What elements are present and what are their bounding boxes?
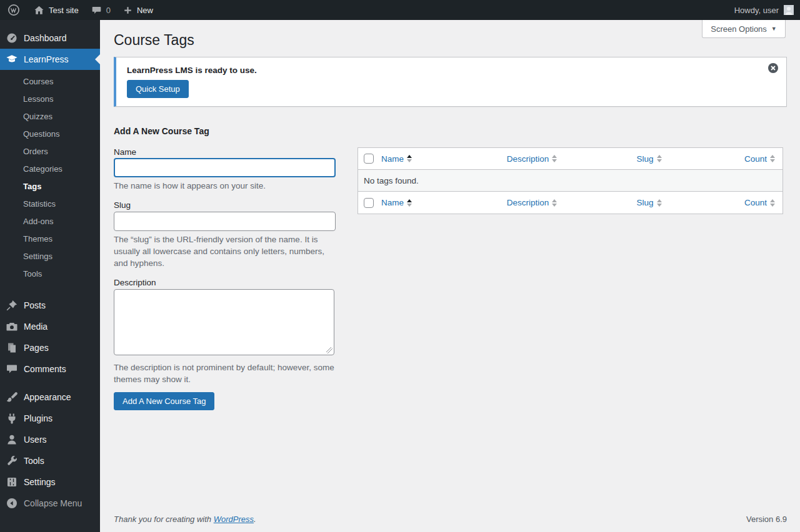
chevron-down-icon: ▼ bbox=[771, 26, 777, 32]
pages-icon bbox=[6, 342, 18, 354]
sidebar-item-tools[interactable]: Tools bbox=[0, 450, 100, 471]
sidebar-item-pages[interactable]: Pages bbox=[0, 337, 100, 358]
name-help-text: The name is how it appears on your site. bbox=[114, 180, 336, 192]
no-tags-message: No tags found. bbox=[364, 176, 419, 185]
sidebar-item-users[interactable]: Users bbox=[0, 429, 100, 450]
sidebar-item-tags[interactable]: Tags bbox=[0, 178, 100, 195]
description-help-text: The description is not prominent by defa… bbox=[114, 362, 336, 385]
collapse-arrow-icon bbox=[6, 497, 18, 510]
learnpress-notice: LearnPress LMS is ready to use. Quick Se… bbox=[114, 57, 787, 107]
collapse-menu-button[interactable]: Collapse Menu bbox=[0, 493, 100, 514]
graduation-cap-icon bbox=[6, 53, 18, 66]
sort-icon-description bbox=[552, 155, 557, 162]
tag-description-textarea[interactable] bbox=[114, 289, 334, 355]
sidebar-item-addons[interactable]: Add-ons bbox=[0, 213, 100, 230]
empty-table-row: No tags found. bbox=[358, 170, 782, 192]
tag-slug-input[interactable] bbox=[114, 212, 336, 231]
sort-icon-name-bottom bbox=[407, 199, 412, 207]
comments-bubble-icon bbox=[91, 5, 102, 16]
screen-options-button[interactable]: Screen Options ▼ bbox=[702, 20, 786, 38]
screen-options-label: Screen Options bbox=[711, 24, 767, 34]
comments-icon bbox=[6, 363, 18, 375]
sort-icon-name bbox=[407, 155, 412, 162]
footer-thanks: Thank you for creating with WordPress. bbox=[114, 515, 256, 524]
table-header-row: Name Description Slug Count bbox=[358, 148, 782, 170]
sort-icon-count-bottom bbox=[770, 199, 775, 207]
comment-count: 0 bbox=[106, 6, 111, 15]
admin-bar-new[interactable]: New bbox=[117, 0, 159, 20]
pushpin-icon bbox=[6, 299, 18, 312]
sidebar-item-learnpress[interactable]: LearnPress bbox=[0, 49, 100, 70]
dashboard-icon bbox=[6, 32, 18, 44]
sidebar-item-label: Appearance bbox=[24, 392, 71, 402]
column-header-name[interactable]: Name bbox=[381, 154, 412, 164]
brush-icon bbox=[6, 391, 18, 403]
sidebar-item-categories[interactable]: Categories bbox=[0, 160, 100, 178]
admin-bar-site-menu[interactable]: Test site bbox=[28, 0, 85, 20]
user-avatar[interactable] bbox=[784, 5, 794, 15]
name-label: Name bbox=[114, 147, 136, 157]
column-header-slug[interactable]: Slug bbox=[636, 154, 661, 164]
tag-name-input[interactable] bbox=[114, 158, 336, 177]
wordpress-logo-icon bbox=[8, 4, 20, 16]
sidebar-item-settings[interactable]: Settings bbox=[0, 471, 100, 493]
column-footer-count[interactable]: Count bbox=[744, 198, 775, 207]
sidebar-item-label: Comments bbox=[24, 364, 66, 374]
footer-version: Version 6.9 bbox=[746, 515, 787, 524]
sidebar-item-label: LearnPress bbox=[24, 54, 69, 64]
dismiss-icon[interactable] bbox=[768, 62, 779, 74]
sidebar-item-label: Media bbox=[24, 322, 48, 332]
column-footer-description[interactable]: Description bbox=[507, 198, 558, 207]
sidebar-item-posts[interactable]: Posts bbox=[0, 295, 100, 316]
sidebar-item-label: Users bbox=[24, 435, 47, 445]
column-footer-name[interactable]: Name bbox=[381, 198, 412, 207]
sidebar-item-statistics[interactable]: Statistics bbox=[0, 195, 100, 213]
sort-icon-description-bottom bbox=[552, 199, 557, 207]
admin-sidebar: Dashboard LearnPress Courses Lessons Qui… bbox=[0, 20, 100, 532]
sidebar-item-lessons[interactable]: Lessons bbox=[0, 91, 100, 108]
quick-setup-button[interactable]: Quick Setup bbox=[127, 80, 189, 98]
page-title: Course Tags bbox=[114, 31, 194, 49]
sidebar-item-themes[interactable]: Themes bbox=[0, 230, 100, 248]
notice-message: LearnPress LMS is ready to use. bbox=[127, 66, 257, 75]
sidebar-item-media[interactable]: Media bbox=[0, 316, 100, 337]
sort-icon-count bbox=[770, 155, 775, 162]
column-footer-slug[interactable]: Slug bbox=[636, 198, 661, 207]
wordpress-logo-menu[interactable] bbox=[0, 0, 28, 20]
slug-help-text: The “slug” is the URL-friendly version o… bbox=[114, 234, 336, 269]
learnpress-submenu: Courses Lessons Quizzes Questions Orders… bbox=[0, 70, 100, 288]
sidebar-item-plugins[interactable]: Plugins bbox=[0, 408, 100, 429]
description-label: Description bbox=[114, 278, 156, 287]
sidebar-item-courses[interactable]: Courses bbox=[0, 73, 100, 91]
sidebar-item-label: Settings bbox=[24, 477, 56, 487]
plug-icon bbox=[6, 412, 18, 425]
sidebar-item-dashboard[interactable]: Dashboard bbox=[0, 27, 100, 49]
sidebar-item-label: Pages bbox=[24, 343, 49, 353]
tags-table: Name Description Slug Count No tags foun… bbox=[358, 147, 783, 214]
sliders-icon bbox=[6, 476, 18, 488]
sidebar-item-label: Plugins bbox=[24, 413, 52, 423]
select-all-checkbox[interactable] bbox=[364, 154, 374, 164]
wordpress-link[interactable]: WordPress bbox=[214, 515, 254, 524]
sidebar-item-quizzes[interactable]: Quizzes bbox=[0, 108, 100, 126]
select-all-checkbox-bottom[interactable] bbox=[364, 198, 374, 208]
sidebar-item-settings-lp[interactable]: Settings bbox=[0, 248, 100, 265]
sidebar-item-orders[interactable]: Orders bbox=[0, 143, 100, 160]
sidebar-item-tools-lp[interactable]: Tools bbox=[0, 265, 100, 283]
user-icon bbox=[6, 433, 18, 446]
sidebar-item-comments[interactable]: Comments bbox=[0, 358, 100, 380]
form-section-title: Add A New Course Tag bbox=[114, 126, 209, 136]
sort-icon-slug-bottom bbox=[657, 199, 662, 207]
sidebar-item-questions[interactable]: Questions bbox=[0, 126, 100, 143]
new-label: New bbox=[137, 6, 153, 15]
slug-label: Slug bbox=[114, 200, 131, 210]
column-header-description[interactable]: Description bbox=[507, 154, 558, 164]
column-header-count[interactable]: Count bbox=[744, 154, 775, 164]
sort-icon-slug bbox=[657, 155, 662, 162]
add-course-tag-button[interactable]: Add A New Course Tag bbox=[114, 392, 214, 410]
plus-icon bbox=[123, 6, 132, 15]
home-icon bbox=[34, 5, 44, 16]
howdy-user[interactable]: Howdy, user bbox=[734, 6, 779, 15]
admin-bar-comments[interactable]: 0 bbox=[85, 0, 117, 20]
sidebar-item-appearance[interactable]: Appearance bbox=[0, 387, 100, 408]
